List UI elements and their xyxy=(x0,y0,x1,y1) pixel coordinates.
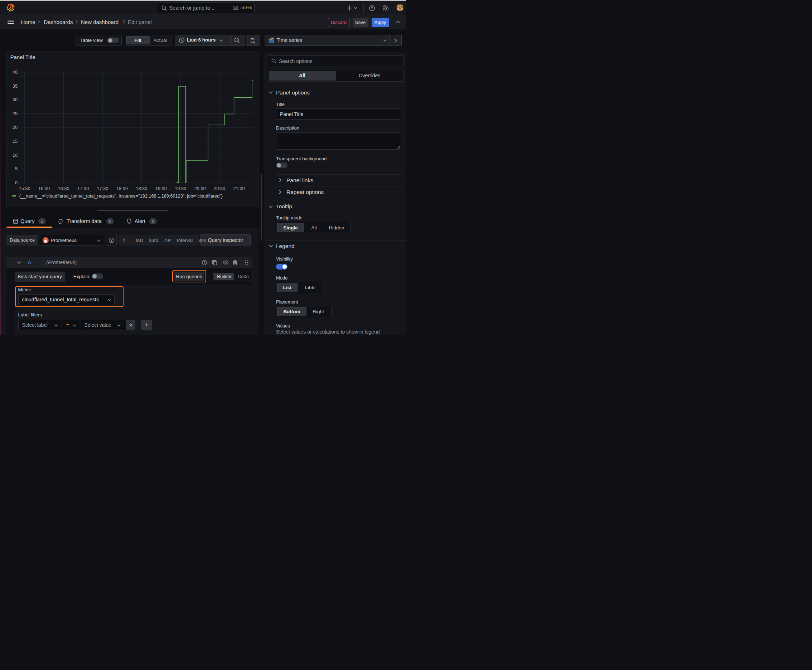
svg-text:Panel Title: Panel Title xyxy=(10,54,35,60)
svg-text:20: 20 xyxy=(12,125,17,130)
svg-text:16:30: 16:30 xyxy=(58,186,69,191)
svg-text:30: 30 xyxy=(12,97,17,102)
svg-text:15:30: 15:30 xyxy=(19,186,30,191)
svg-text:20:00: 20:00 xyxy=(194,186,205,191)
svg-text:19:30: 19:30 xyxy=(175,186,186,191)
svg-text:16:00: 16:00 xyxy=(38,186,50,191)
svg-text:5: 5 xyxy=(15,166,17,171)
svg-text:{__name__="cloudflared_tunnel_: {__name__="cloudflared_tunnel_total_requ… xyxy=(19,193,223,198)
svg-text:20:30: 20:30 xyxy=(214,186,225,191)
svg-text:17:30: 17:30 xyxy=(97,186,108,191)
svg-text:17:00: 17:00 xyxy=(77,186,88,191)
svg-text:15: 15 xyxy=(12,138,17,144)
svg-text:21:00: 21:00 xyxy=(233,186,244,191)
svg-text:25: 25 xyxy=(12,111,17,116)
svg-text:18:00: 18:00 xyxy=(116,186,127,191)
svg-text:0: 0 xyxy=(15,180,17,185)
svg-text:10: 10 xyxy=(12,152,17,157)
svg-text:18:30: 18:30 xyxy=(136,186,147,191)
svg-text:40: 40 xyxy=(12,69,17,75)
svg-text:19:00: 19:00 xyxy=(155,186,166,191)
svg-text:35: 35 xyxy=(12,83,17,88)
